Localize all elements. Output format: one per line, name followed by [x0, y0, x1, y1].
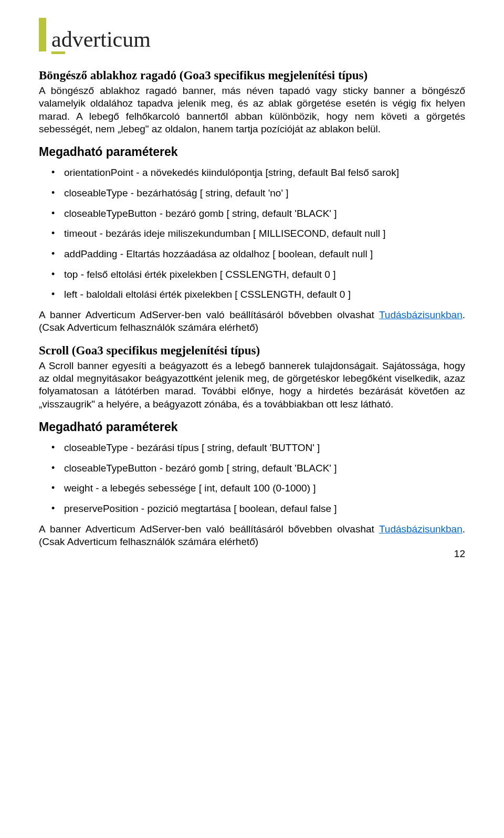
list-item: addPadding - Eltartás hozzáadása az olda… [39, 248, 465, 261]
section2-note: A banner Adverticum AdServer-ben való be… [39, 523, 465, 549]
list-item: closeableTypeButton - bezáró gomb [ stri… [39, 207, 465, 221]
section2-title: Scroll (Goa3 specifikus megjelenítési tí… [39, 344, 465, 358]
list-item: orientationPoint - a növekedés kiindulóp… [39, 166, 465, 180]
list-item: preservePosition - pozició megtartása [ … [39, 502, 465, 516]
section1-title: Böngésző ablakhoz ragadó (Goa3 specifiku… [39, 69, 465, 82]
kb-link[interactable]: Tudásbázisunkban [379, 309, 463, 320]
section1-params-list: orientationPoint - a növekedés kiindulóp… [39, 166, 465, 301]
section1-para: A böngésző ablakhoz ragadó banner, más n… [39, 85, 465, 135]
logo-bar [39, 18, 46, 51]
section1-params-title: Megadható paraméterek [39, 145, 465, 159]
list-item: closeableType - bezárhatóság [ string, d… [39, 187, 465, 200]
note-pre: A banner Adverticum AdServer-ben való be… [39, 523, 379, 535]
section2-para: A Scroll banner egyesíti a beágyazott és… [39, 360, 465, 411]
logo-text: adverticum [51, 28, 151, 51]
list-item: closeableType - bezárási típus [ string,… [39, 442, 465, 455]
list-item: weight - a lebegés sebessége [ int, defa… [39, 482, 465, 495]
section1-note: A banner Adverticum AdServer-ben való be… [39, 309, 465, 334]
logo-underline [51, 51, 65, 54]
list-item: closeableTypeButton - bezáró gomb [ stri… [39, 462, 465, 475]
list-item: left - baloldali eltolási érték pixelekb… [39, 288, 465, 301]
section2-params-title: Megadható paraméterek [39, 420, 465, 434]
page-number: 12 [454, 548, 465, 560]
section2-params-list: closeableType - bezárási típus [ string,… [39, 442, 465, 516]
kb-link[interactable]: Tudásbázisunkban [379, 523, 463, 535]
list-item: timeout - bezárás ideje miliszekundumban… [39, 227, 465, 240]
list-item: top - felső eltolási érték pixelekben [ … [39, 268, 465, 281]
note-pre: A banner Adverticum AdServer-ben való be… [39, 309, 379, 320]
logo: adverticum [39, 18, 465, 54]
